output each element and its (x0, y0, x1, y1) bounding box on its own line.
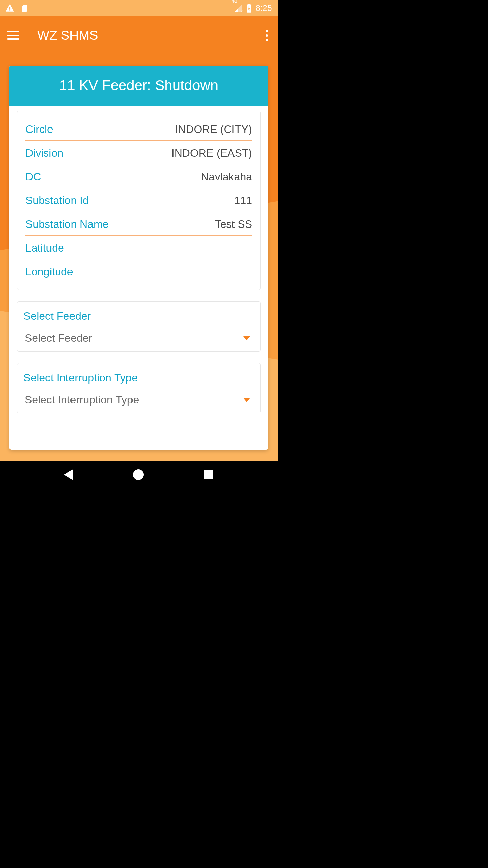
menu-icon[interactable] (7, 29, 20, 42)
status-right: 4G × 8:25 (234, 3, 272, 13)
feeder-selected-text: Select Feeder (25, 332, 92, 344)
nav-recent-icon[interactable] (204, 470, 214, 479)
system-nav-bar (0, 461, 278, 488)
row-circle: Circle INDORE (CITY) (25, 117, 252, 141)
value-circle: INDORE (CITY) (175, 123, 252, 136)
feeder-label: Select Feeder (23, 307, 254, 331)
label-substation-id: Substation Id (25, 194, 89, 207)
card-body: Circle INDORE (CITY) Division INDORE (EA… (9, 106, 268, 450)
network-signal-icon: 4G × (234, 4, 243, 13)
label-longitude: Longitude (25, 265, 73, 278)
nav-home-icon[interactable] (133, 469, 144, 480)
value-division: INDORE (EAST) (171, 147, 252, 159)
label-circle: Circle (25, 123, 53, 136)
feeder-section: Select Feeder Select Feeder (17, 301, 261, 352)
status-left (5, 3, 28, 13)
battery-charging-icon (246, 3, 252, 13)
app-title: WZ SHMS (37, 28, 98, 43)
dropdown-arrow-icon (243, 398, 250, 402)
interruption-label: Select Interruption Type (23, 368, 254, 392)
sdcard-icon (20, 3, 28, 13)
content-area: 11 KV Feeder: Shutdown Circle INDORE (CI… (0, 54, 278, 461)
label-latitude: Latitude (25, 242, 64, 254)
status-time: 8:25 (256, 3, 272, 13)
value-dc: Navlakaha (201, 171, 252, 183)
row-longitude: Longitude (25, 259, 252, 283)
more-options-icon[interactable] (263, 27, 271, 44)
value-substation-name: Test SS (215, 218, 252, 231)
label-division: Division (25, 147, 63, 159)
interruption-section: Select Interruption Type Select Interrup… (17, 363, 261, 413)
nav-back-icon[interactable] (64, 469, 73, 480)
row-latitude: Latitude (25, 236, 252, 259)
status-bar: 4G × 8:25 (0, 0, 278, 16)
app-bar: WZ SHMS (0, 16, 278, 54)
warning-icon (5, 4, 14, 13)
label-dc: DC (25, 171, 41, 183)
row-substation-name: Substation Name Test SS (25, 212, 252, 236)
svg-text:×: × (241, 9, 243, 13)
row-division: Division INDORE (EAST) (25, 141, 252, 164)
main-card: 11 KV Feeder: Shutdown Circle INDORE (CI… (9, 66, 268, 450)
row-substation-id: Substation Id 111 (25, 188, 252, 212)
feeder-select[interactable]: Select Feeder (23, 331, 254, 346)
row-dc: DC Navlakaha (25, 164, 252, 188)
card-header: 11 KV Feeder: Shutdown (9, 66, 268, 106)
interruption-selected-text: Select Interruption Type (25, 394, 139, 406)
info-section: Circle INDORE (CITY) Division INDORE (EA… (17, 111, 261, 290)
label-substation-name: Substation Name (25, 218, 108, 231)
dropdown-arrow-icon (243, 336, 250, 340)
network-badge: 4G (232, 0, 237, 4)
interruption-select[interactable]: Select Interruption Type (23, 392, 254, 408)
value-substation-id: 111 (234, 194, 252, 207)
